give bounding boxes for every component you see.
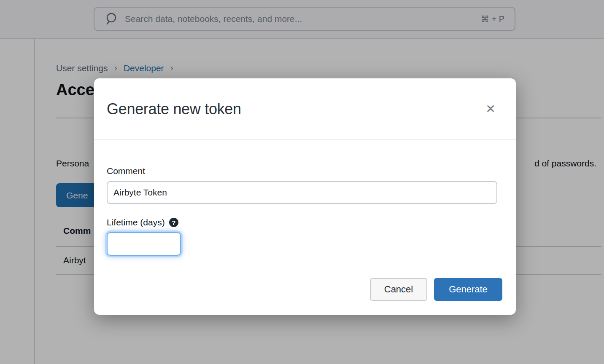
- close-icon[interactable]: ✕: [482, 101, 499, 118]
- lifetime-input[interactable]: [107, 232, 181, 256]
- generate-button[interactable]: Generate: [434, 278, 502, 301]
- modal-body: Comment Lifetime (days) ?: [94, 140, 516, 256]
- modal-header: Generate new token ✕: [94, 78, 516, 140]
- help-icon[interactable]: ?: [169, 218, 178, 227]
- comment-input[interactable]: [107, 181, 497, 204]
- comment-label: Comment: [107, 166, 497, 176]
- modal-footer: Cancel Generate: [370, 278, 502, 301]
- generate-token-modal: Generate new token ✕ Comment Lifetime (d…: [94, 78, 516, 315]
- modal-title: Generate new token: [107, 100, 241, 118]
- cancel-button[interactable]: Cancel: [370, 278, 427, 301]
- lifetime-label: Lifetime (days): [107, 217, 165, 228]
- lifetime-label-row: Lifetime (days) ?: [107, 217, 497, 228]
